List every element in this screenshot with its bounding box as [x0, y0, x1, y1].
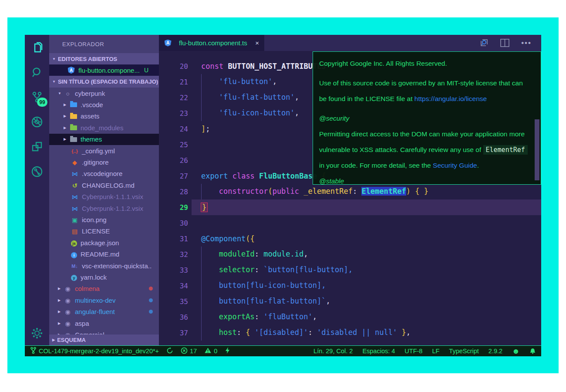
tree-item--vscodeignore[interactable]: ⋈.vscodeignore: [49, 168, 159, 179]
explorer-icon[interactable]: [25, 35, 49, 60]
code-line-31[interactable]: 31@Component({: [159, 231, 541, 247]
status-lf[interactable]: LF: [432, 348, 439, 355]
tree-item-package-json[interactable]: jspackage.json: [49, 237, 159, 248]
code-line-32[interactable]: 32moduleId: module.id,: [159, 247, 541, 262]
tooltip-link[interactable]: Security Guide: [433, 162, 477, 169]
chevron-right-icon: ▶: [58, 298, 64, 302]
status-error[interactable]: 17: [181, 347, 197, 355]
code-line-28[interactable]: 28constructor(public _elementRef: Elemen…: [159, 184, 541, 199]
git-file-icon: ◆: [71, 159, 82, 166]
tree-item--vscode[interactable]: ▶.vscode: [49, 99, 159, 110]
status-flash[interactable]: [225, 347, 230, 355]
tree-item-license[interactable]: ▤LICENSE: [49, 226, 159, 237]
status-sync[interactable]: [166, 347, 173, 355]
tree-item-vsc-extension-quicksta-[interactable]: M↓vsc-extension-quicksta..: [49, 260, 159, 271]
chevron-right-icon: ▶: [64, 137, 70, 141]
status-branch[interactable]: COL-1479-mergear-2-dev19_into_dev20*+: [30, 347, 159, 355]
sidebar-title: EXPLORADOR: [49, 35, 159, 53]
chevron-right-icon: ▶: [52, 338, 55, 342]
repo-status-dot: [149, 287, 153, 291]
source-control-icon[interactable]: 99: [25, 84, 49, 109]
code-line-37[interactable]: 37host: { '[disabled]': 'disabled || nul…: [159, 325, 541, 341]
tree-item-label: README.md: [81, 250, 119, 258]
chevron-right-icon: ▶: [58, 287, 64, 291]
more-actions-icon[interactable]: •••: [521, 39, 532, 47]
indent-guide: [201, 74, 219, 90]
status-utf-8[interactable]: UTF-8: [404, 348, 422, 355]
tree-item-aspa[interactable]: ▶◉aspa: [49, 318, 159, 329]
tooltip-line: in your code. For more detail, see the S…: [319, 158, 535, 173]
activity-bar: 99: [25, 35, 49, 345]
json-file-icon: js: [71, 239, 81, 247]
tree-item-label: icon.png: [82, 216, 107, 223]
code-line-34[interactable]: 34button[flu-icon-button],: [159, 278, 541, 294]
tree-item-icon-png[interactable]: ▣icon.png: [49, 214, 159, 225]
status-smiley[interactable]: ☻: [512, 348, 520, 355]
chevron-right-icon: ▶: [58, 310, 64, 314]
status-espacios-4[interactable]: Espacios: 4: [362, 348, 395, 355]
chevron-down-icon: ▼: [58, 91, 64, 95]
status-l-n-29-col-2[interactable]: Lín. 29, Col. 2: [313, 348, 353, 355]
indent-guide: [201, 278, 219, 294]
line-number: 24: [159, 125, 188, 133]
code-line-35[interactable]: 35button[flu-flat-button]`,: [159, 294, 541, 309]
tooltip-scrollbar[interactable]: [535, 119, 539, 180]
code-line-36[interactable]: 36exportAs: 'fluButton',: [159, 309, 541, 325]
tree-item-cyberpunk-1-1-2-vsix[interactable]: ⋈Cyberpunk-1.1.2.vsix: [49, 203, 159, 214]
tree-item-multinexo-dev[interactable]: ▶◉multinexo-dev: [49, 294, 159, 306]
tooltip-line: @security: [319, 111, 535, 126]
tooltip-link[interactable]: https://angular.io/license: [414, 95, 487, 102]
tooltip-line: Use of this source code is governed by a…: [319, 75, 535, 91]
tree-item-label: vsc-extension-quicksta..: [82, 262, 152, 270]
tree-item-angular-fluent[interactable]: ▶◉angular-fluent: [49, 306, 159, 317]
open-editors-section-header[interactable]: ▼ EDITORES ABIERTOS: [49, 53, 159, 64]
status-label: 0: [214, 348, 217, 355]
line-number: 30: [159, 219, 188, 227]
tree-item-cyberpunk-1-1-1-vsix[interactable]: ⋈Cyberpunk-1.1.1.vsix: [49, 191, 159, 203]
debug-off-icon[interactable]: [25, 109, 49, 134]
tree-item-label: .vscode: [81, 101, 103, 108]
line-number: 33: [159, 266, 188, 274]
gear-icon[interactable]: [25, 324, 49, 343]
tree-item-label: _config.yml: [82, 147, 115, 155]
tree-item-themes[interactable]: ▶themes: [49, 134, 159, 145]
split-editor-icon[interactable]: [500, 39, 509, 47]
angular-icon: A: [67, 67, 75, 74]
outline-section-header[interactable]: ▶ ESQUEMA: [49, 335, 159, 345]
status-bell[interactable]: [529, 347, 536, 355]
tree-item-assets[interactable]: ▶assets: [49, 111, 159, 122]
line-number: 25: [159, 141, 188, 149]
tree-item-cyberpunk[interactable]: ▼○cyberpunk: [49, 88, 159, 99]
tab-flu-button-component[interactable]: A flu-button.component.ts ×: [159, 35, 264, 51]
status-2-9-2[interactable]: 2.9.2: [489, 348, 502, 355]
line-number: 31: [159, 235, 188, 243]
code-line-29[interactable]: 29}: [159, 199, 541, 215]
open-editor-item[interactable]: A flu-button.compone... U: [49, 64, 159, 76]
tree-item-colmena[interactable]: ▶◉colmena: [49, 283, 159, 294]
tree-item-node-modules[interactable]: ▶node_modules: [49, 122, 159, 133]
tree-item-changelog-md[interactable]: ↺CHANGELOG.md: [49, 179, 159, 191]
status-warning[interactable]: 0: [204, 347, 217, 355]
tree-item-yarn-lock[interactable]: yyarn.lock: [49, 271, 159, 283]
tree-item--gitignore[interactable]: ◆.gitignore: [49, 156, 159, 168]
close-icon[interactable]: ×: [255, 39, 259, 47]
tree-item--config-yml[interactable]: {..}_config.yml: [49, 145, 159, 156]
sync-icon: [166, 347, 173, 355]
status-label: TypeScript: [449, 348, 479, 355]
workspace-section-header[interactable]: ▼ SIN TÍTULO (ESPACIO DE TRABAJO): [49, 76, 159, 88]
search-icon[interactable]: [25, 60, 49, 84]
chevron-right-icon: ▶: [64, 103, 70, 107]
code-line-30[interactable]: 30: [159, 215, 541, 231]
warning-icon: [204, 347, 212, 355]
repo-folder-icon: ◉: [64, 320, 75, 327]
extensions-icon[interactable]: [25, 134, 49, 159]
status-typescript[interactable]: TypeScript: [449, 348, 479, 355]
git-history-icon[interactable]: [25, 159, 49, 184]
code-line-33[interactable]: 33selector: `button[flu-button],: [159, 262, 541, 278]
tree-item-readme-md[interactable]: iREADME.md: [49, 248, 159, 260]
source-control-badge: 99: [37, 98, 47, 107]
find-in-file-icon[interactable]: [479, 38, 489, 47]
tree-item-label: .vscodeignore: [82, 170, 122, 177]
tree-item-label: LICENSE: [82, 227, 110, 235]
tree-item-label: .gitignore: [82, 159, 109, 166]
